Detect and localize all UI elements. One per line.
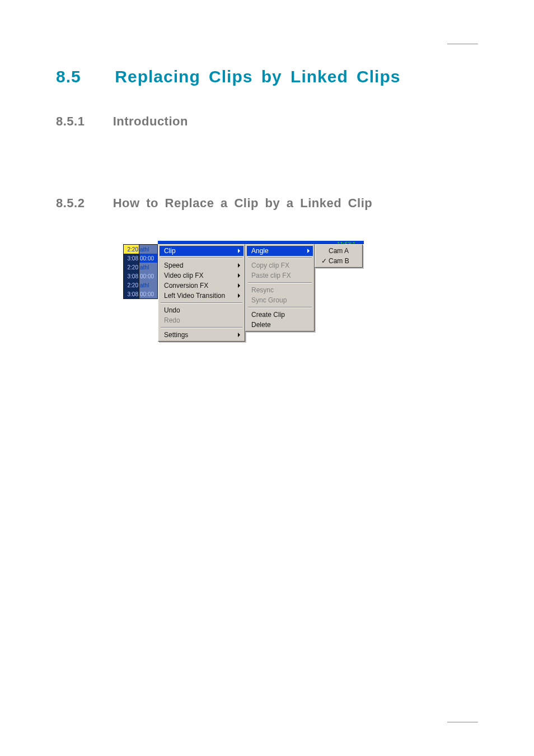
timeline-row[interactable]: 3:0800:00 [124, 272, 157, 281]
menu-item[interactable]: Conversion FX [160, 281, 243, 291]
timeline-row-time: 2:20 [124, 263, 139, 272]
timeline-row-label: 00:00 [139, 290, 157, 298]
menu-item[interactable]: Clip [160, 246, 243, 256]
top-divider [447, 44, 478, 44]
menu-item-label: Speed [164, 262, 184, 269]
context-menu-level2[interactable]: AngleCopy clip FXPaste clip FXResyncSync… [245, 244, 315, 332]
menu-item[interactable]: Delete [247, 320, 313, 330]
check-icon: ✓ [321, 257, 327, 265]
timeline-row-time: 3:08 [124, 290, 139, 298]
menu-item-label: Delete [251, 321, 271, 329]
timeline-row-label: 00:00 [139, 272, 157, 281]
menu-item[interactable]: Speed [160, 260, 243, 270]
menu-item-label: Undo [164, 306, 180, 314]
bottom-divider [447, 722, 478, 722]
menu-separator [248, 282, 312, 283]
timeline-row-time: 2:20 [124, 245, 139, 254]
menu-item[interactable]: Undo [160, 305, 243, 315]
menu-item-label: Sync Group [251, 296, 287, 304]
timeline-row-label: athl [139, 281, 157, 290]
menu-item-label: Cam A [329, 247, 349, 255]
screenshot-context-menu: 11:53:1 2:20athl3:0800:002:20athl3:0800:… [123, 244, 364, 299]
menu-item[interactable]: Create Clip [247, 310, 313, 320]
menu-item[interactable]: Cam A [316, 246, 361, 256]
timeline-row-label: athl [139, 245, 157, 254]
timeline-row-time: 2:20 [124, 281, 139, 290]
menu-item[interactable]: ✓Cam B [316, 256, 361, 266]
menu-item: Resync [247, 285, 313, 295]
menu-separator [161, 302, 242, 304]
page: 8.5 Replacing Clips by Linked Clips 8.5.… [0, 0, 534, 756]
menu-item[interactable]: Angle [247, 246, 313, 256]
menu-item-label: Paste clip FX [251, 272, 291, 279]
timeline-row[interactable]: 3:0800:00 [124, 290, 157, 298]
context-menu-level3[interactable]: Cam A✓Cam B [315, 244, 363, 268]
menu-separator [248, 307, 312, 308]
menu-item: Sync Group [247, 295, 313, 305]
menu-item-label: Left Video Transition [164, 292, 225, 300]
menu-item-label: Cam B [329, 257, 349, 265]
menu-item-label: Settings [164, 331, 188, 339]
menu-item-label: Video clip FX [164, 272, 203, 279]
timeline-row-label: athl [139, 263, 157, 272]
heading-sub1-number: 8.5.1 [56, 114, 106, 129]
menu-item-label: Create Clip [251, 311, 285, 319]
menu-item-label: Redo [164, 316, 180, 324]
heading-sub1-text: Introduction [113, 114, 188, 128]
timeline-row[interactable]: 2:20athl [124, 263, 157, 272]
heading-sub2-text: How to Replace a Clip by a Linked Clip [113, 196, 373, 210]
menu-item: Redo [160, 315, 243, 325]
menu-item-label: Conversion FX [164, 282, 208, 290]
menu-item[interactable]: Left Video Transition [160, 291, 243, 301]
menu-separator [161, 258, 242, 259]
timeline-row[interactable]: 2:20athl [124, 245, 157, 254]
heading-main: 8.5 Replacing Clips by Linked Clips [56, 67, 478, 86]
menu-separator [248, 258, 312, 259]
timeline-row-label: 00:00 [139, 254, 157, 263]
menu-item-label: Clip [164, 247, 176, 255]
menu-item[interactable]: Video clip FX [160, 270, 243, 281]
menu-item: Copy clip FX [247, 260, 313, 270]
heading-main-text: Replacing Clips by Linked Clips [115, 67, 400, 86]
timeline-row-time: 3:08 [124, 254, 139, 263]
heading-sub-2: 8.5.2 How to Replace a Clip by a Linked … [56, 196, 478, 211]
timeline-row[interactable]: 3:0800:00 [124, 254, 157, 263]
timeline-row-time: 3:08 [124, 272, 139, 281]
heading-main-number: 8.5 [56, 67, 106, 86]
heading-sub-1: 8.5.1 Introduction [56, 114, 478, 129]
menu-item-label: Resync [251, 286, 274, 294]
menu-item[interactable]: Settings [160, 330, 243, 340]
timeline-row[interactable]: 2:20athl [124, 281, 157, 290]
menu-item: Paste clip FX [247, 270, 313, 281]
menu-item-label: Angle [251, 247, 269, 255]
menu-item-label: Copy clip FX [251, 262, 289, 269]
menu-separator [161, 327, 242, 328]
timeline[interactable]: 2:20athl3:0800:002:20athl3:0800:002:20at… [123, 244, 158, 299]
heading-sub2-number: 8.5.2 [56, 196, 106, 211]
context-menu-level1[interactable]: ClipSpeedVideo clip FXConversion FXLeft … [158, 244, 245, 342]
